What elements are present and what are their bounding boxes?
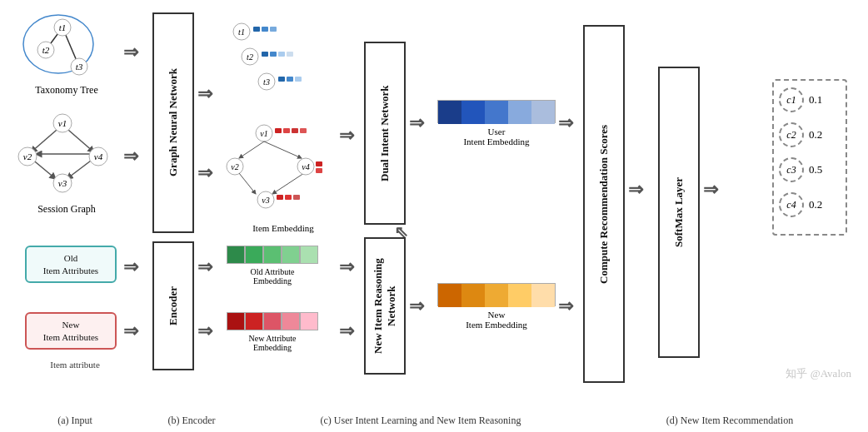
main-container: t1 t2 t3 Taxonomy Tree: [0, 0, 868, 432]
svg-rect-40: [275, 128, 282, 133]
label-c: (c) User Intent Learning and New Item Re…: [242, 415, 600, 427]
arrow-session-gnn: ⇒: [123, 146, 138, 167]
candidate-c3-value: 0.5: [809, 163, 822, 176]
watermark: 知乎 @Avalon: [786, 366, 851, 381]
svg-line-48: [239, 173, 256, 194]
candidate-c4-circle: c4: [779, 192, 804, 217]
arrow-gnn-embed: ⇒: [197, 83, 212, 105]
svg-text:v2: v2: [23, 151, 32, 161]
svg-line-46: [239, 142, 264, 158]
new-item-reasoning-box: New Item Reasoning Network: [364, 237, 406, 375]
candidate-c2-value: 0.2: [809, 128, 822, 142]
user-intent-label: User Intent Embedding: [437, 127, 556, 146]
svg-text:v4: v4: [94, 151, 103, 161]
session-graph-label: Session Graph: [12, 203, 121, 216]
svg-rect-31: [278, 52, 285, 57]
taxonomy-embeddings: t1 t2 t3: [227, 17, 310, 103]
label-d: (d) New Item Recommendation: [600, 415, 860, 427]
arrow-enc-old: ⇒: [197, 256, 212, 278]
svg-text:t2: t2: [42, 45, 50, 55]
session-embeddings: v1 v2 v3 v4: [222, 121, 331, 224]
svg-rect-24: [253, 27, 260, 32]
arrow-user-compute: ⇒: [558, 112, 573, 134]
svg-rect-29: [262, 52, 268, 57]
arrow-new-attr-encoder: ⇒: [123, 320, 138, 342]
svg-rect-32: [287, 52, 293, 57]
compute-box: Compute Recommendation Scores: [583, 25, 625, 383]
old-attr-box: Old Item Attributes: [25, 246, 117, 283]
svg-text:t1: t1: [238, 27, 245, 37]
svg-rect-42: [292, 128, 298, 133]
svg-text:t1: t1: [59, 22, 67, 32]
svg-rect-35: [278, 77, 285, 82]
svg-rect-37: [295, 77, 302, 82]
new-item-embedding: New Item Embedding: [437, 283, 556, 330]
taxonomy-tree: t1 t2 t3 Taxonomy Tree: [17, 12, 117, 96]
svg-rect-43: [300, 128, 307, 133]
user-intent-embedding: User Intent Embedding: [437, 100, 556, 146]
softmax-box: SoftMax Layer: [658, 67, 700, 358]
svg-rect-41: [283, 128, 290, 133]
bottom-labels: (a) Input (b) Encoder (c) User Intent Le…: [0, 413, 868, 432]
svg-rect-30: [270, 52, 277, 57]
candidate-c1: c1 0.1: [779, 87, 841, 112]
svg-line-49: [272, 173, 304, 194]
arrow-taxonomy-gnn: ⇒: [123, 42, 138, 63]
arrow-old-attr-nir: ⇒: [339, 256, 354, 278]
old-attr-embedding: Old Attribute Embedding: [227, 246, 318, 286]
svg-rect-54: [293, 195, 300, 200]
new-attr-box: New Item Attributes: [25, 312, 117, 350]
new-attr-emb-label: New Attribute Embedding: [227, 334, 318, 352]
svg-text:t3: t3: [263, 77, 270, 87]
arrow-nir-new-emb: ⇒: [409, 295, 424, 317]
candidates-area: c1 0.1 c2 0.2 c3 0.5: [772, 79, 847, 236]
svg-rect-25: [262, 27, 268, 32]
svg-text:v4: v4: [302, 162, 309, 171]
arrow-embed-dual: ⇒: [339, 125, 354, 146]
label-a: (a) Input: [8, 415, 142, 427]
svg-rect-58: [316, 168, 322, 173]
old-attr-emb-label: Old Attribute Embedding: [227, 267, 318, 286]
dual-intent-box: Dual Intent Network: [364, 42, 406, 225]
encoder-box: Encoder: [152, 241, 194, 370]
candidate-c2-circle: c2: [779, 122, 804, 147]
new-attr-label: New Item Attributes: [43, 319, 98, 343]
svg-text:v1: v1: [260, 129, 267, 138]
arrow-softmax-candidates: ⇒: [703, 179, 718, 201]
old-attr-label: Old Item Attributes: [43, 252, 98, 276]
svg-text:t3: t3: [76, 62, 83, 72]
diagram-area: t1 t2 t3 Taxonomy Tree: [0, 0, 868, 413]
candidate-c1-value: 0.1: [809, 93, 822, 107]
candidate-c4-label: c4: [786, 199, 796, 211]
arrow-newemb-compute: ⇒: [558, 295, 573, 317]
item-attr-label: Item attribute: [37, 360, 112, 370]
gnn-box: Graph Neural Network: [152, 12, 194, 233]
session-graph: v1 v2 v3 v4 Session Graph: [12, 108, 121, 216]
arrow-enc-new: ⇒: [197, 320, 212, 342]
svg-text:v3: v3: [262, 196, 269, 205]
svg-text:v1: v1: [58, 118, 67, 128]
candidate-c2: c2 0.2: [779, 122, 841, 147]
candidate-c2-label: c2: [786, 129, 796, 142]
arrow-compute-softmax: ⇒: [628, 179, 643, 201]
svg-rect-36: [287, 77, 293, 82]
candidate-c1-circle: c1: [779, 87, 804, 112]
arrow-old-attr-encoder: ⇒: [123, 256, 138, 278]
arrow-gnn-embed2: ⇒: [197, 162, 212, 184]
label-b: (b) Encoder: [142, 415, 242, 427]
svg-rect-53: [285, 195, 292, 200]
candidate-c4: c4 0.2: [779, 192, 841, 217]
candidate-c3-label: c3: [786, 164, 796, 176]
svg-rect-57: [316, 161, 322, 166]
arrow-new-attr-nir: ⇒: [339, 320, 354, 342]
item-embedding-label: Item Embedding: [233, 223, 333, 233]
new-attr-embedding: New Attribute Embedding: [227, 312, 318, 352]
taxonomy-label: Taxonomy Tree: [17, 84, 117, 97]
new-item-emb-label: New Item Embedding: [437, 310, 556, 330]
svg-text:t2: t2: [247, 52, 253, 62]
svg-text:v2: v2: [231, 162, 238, 171]
svg-line-47: [264, 142, 302, 158]
arrow-dual-user-emb: ⇒: [409, 112, 424, 134]
candidate-c4-value: 0.2: [809, 198, 822, 211]
candidate-c3-circle: c3: [779, 157, 804, 182]
